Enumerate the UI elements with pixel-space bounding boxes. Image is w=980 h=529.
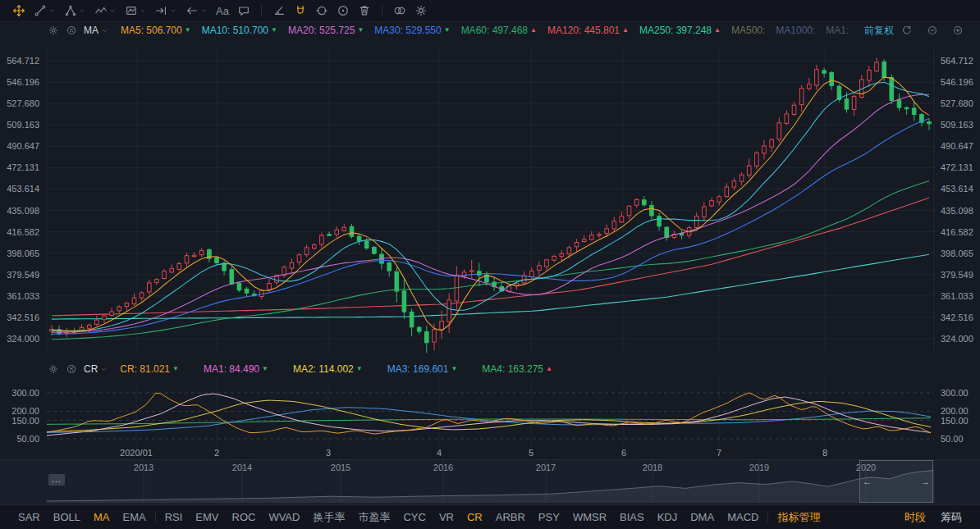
tab-时段[interactable]: 时段: [898, 510, 932, 525]
tab-vr[interactable]: VR: [433, 511, 460, 523]
tab-emv[interactable]: EMV: [189, 511, 225, 523]
arrow-tool[interactable]: [181, 0, 212, 21]
indicator-item-ma1[interactable]: MA1:: [826, 25, 849, 36]
tabbar-right-group: 时段筹码: [898, 510, 969, 525]
navigator-year-label: 2019: [749, 463, 769, 472]
cr-settings-icon[interactable]: [48, 363, 59, 375]
tab-psy[interactable]: PSY: [532, 511, 566, 523]
indicator-item-ma30[interactable]: MA30: 529.550▼: [374, 25, 450, 36]
magnet-icon[interactable]: [290, 0, 311, 21]
tab-ma[interactable]: MA: [87, 511, 117, 523]
tab-roc[interactable]: ROC: [226, 511, 263, 523]
toolbar-separator: [382, 5, 382, 16]
ma-settings-icon[interactable]: [48, 25, 59, 36]
indicator-item-ma60[interactable]: MA60: 497.468▲: [461, 25, 537, 36]
chevron-down-icon[interactable]: [139, 7, 147, 15]
selection-right-handle-icon[interactable]: →: [921, 477, 930, 486]
price-axis-label: 472.131: [2, 162, 39, 172]
indicator-item-ma2[interactable]: MA2: 114.002▼: [293, 363, 363, 375]
tab-指标管理[interactable]: 指标管理: [771, 510, 827, 525]
indicator-item-ma1[interactable]: MA1: 84.490▼: [204, 363, 268, 375]
tab-市盈率[interactable]: 市盈率: [351, 510, 396, 525]
zoom-out-icon[interactable]: [927, 25, 938, 36]
target-icon[interactable]: [332, 0, 354, 21]
indicator-item-ma3[interactable]: MA3: 169.601▼: [387, 363, 458, 375]
tab-boll[interactable]: BOLL: [47, 511, 87, 523]
tab-ema[interactable]: EMA: [116, 511, 152, 523]
wave-tool[interactable]: [90, 0, 121, 21]
indicator-item-ma250[interactable]: MA250: 397.248▲: [639, 25, 721, 36]
trend-up-icon: ▲: [530, 27, 537, 34]
price-axis-label: 564.712: [2, 56, 39, 66]
indicator-item-ma1000[interactable]: MA1000:: [776, 25, 815, 36]
chevron-down-icon[interactable]: [108, 7, 117, 15]
cr-axis-label: 200.00: [2, 406, 39, 416]
navigator[interactable]: ... 20132014201520162017201820192020←→: [0, 459, 980, 505]
move-tool[interactable]: [8, 0, 30, 21]
cr-indicator-name[interactable]: CR: [84, 363, 108, 375]
pattern-tool[interactable]: [121, 0, 151, 21]
tab-dma[interactable]: DMA: [684, 511, 721, 523]
trend-down-icon: ▼: [172, 366, 179, 372]
selection-left-handle-icon[interactable]: ←: [863, 477, 872, 486]
indicator-item-text: MA1:: [826, 25, 849, 36]
stock-chart-app: Aa MA MA5: 506.700▼MA10: 510.700▼MA20: 5…: [0, 0, 980, 529]
comment-icon[interactable]: [233, 0, 254, 21]
measure-tool[interactable]: [151, 0, 181, 21]
tab-换手率[interactable]: 换手率: [306, 510, 351, 525]
compare-icon[interactable]: [389, 0, 410, 21]
price-axis-label: 546.196: [2, 77, 39, 87]
navigator-year-label: 2016: [433, 463, 453, 472]
ma-indicator-label: MA: [84, 25, 98, 36]
price-axis-label: 490.647: [941, 141, 973, 151]
zoom-in-icon[interactable]: [952, 25, 964, 36]
adjust-mode-label[interactable]: 前复权: [864, 24, 894, 38]
cr-axis-label: 50.00: [941, 434, 964, 444]
indicator-item-ma10[interactable]: MA10: 510.700▼: [202, 25, 277, 36]
tab-筹码[interactable]: 筹码: [934, 510, 969, 525]
tab-wvad[interactable]: WVAD: [262, 511, 306, 523]
chevron-down-icon[interactable]: [169, 7, 177, 15]
trendline-tool[interactable]: [30, 0, 60, 21]
navigator-year-label: 2014: [232, 463, 252, 472]
main-price-chart[interactable]: 564.712564.712546.196546.196527.680527.6…: [0, 39, 980, 359]
tab-rsi[interactable]: RSI: [158, 511, 190, 523]
tab-sar[interactable]: SAR: [11, 511, 47, 523]
indicator-item-ma500[interactable]: MA500:: [731, 25, 765, 36]
chevron-down-icon[interactable]: [199, 7, 208, 15]
tab-bias[interactable]: BIAS: [613, 511, 651, 523]
restore-icon[interactable]: [901, 25, 913, 36]
trash-icon[interactable]: [354, 0, 375, 21]
indicator-item-ma120[interactable]: MA120: 445.801▲: [547, 25, 629, 36]
tab-cr[interactable]: CR: [460, 511, 489, 523]
pitchfork-tool[interactable]: [60, 0, 90, 21]
indicator-item-text: MA500:: [731, 25, 765, 36]
tab-cyc[interactable]: CYC: [396, 511, 432, 523]
indicator-item-cr[interactable]: CR: 81.021▼: [120, 363, 179, 375]
price-axis-label: 342.516: [2, 312, 39, 322]
indicator-item-ma5[interactable]: MA5: 506.700▼: [121, 25, 191, 36]
tab-wmsr[interactable]: WMSR: [566, 511, 613, 523]
ma-indicator-name[interactable]: MA: [84, 25, 109, 36]
tab-kdj[interactable]: KDJ: [651, 511, 685, 523]
indicator-item-ma4[interactable]: MA4: 163.275▲: [482, 363, 552, 375]
sync-icon[interactable]: [311, 0, 332, 21]
cr-indicator-chart[interactable]: 300.00300.00200.00200.00150.00150.0050.0…: [0, 379, 980, 447]
chevron-down-icon[interactable]: [78, 7, 86, 15]
text-tool[interactable]: Aa: [212, 0, 233, 21]
cr-indicator-bar: CR CR: 81.021▼MA1: 84.490▼MA2: 114.002▼M…: [0, 359, 980, 379]
settings-icon[interactable]: [410, 0, 432, 21]
time-axis: 2020/012345678: [0, 447, 980, 459]
indicator-item-text: MA5: 506.700: [121, 25, 182, 36]
navigator-more-button[interactable]: ...: [48, 474, 65, 486]
navigator-selection-window[interactable]: ←→: [859, 460, 933, 503]
indicator-item-ma20[interactable]: MA20: 525.725▼: [288, 25, 364, 36]
time-axis-label: 2020/01: [120, 448, 153, 458]
cr-close-icon[interactable]: [66, 363, 77, 375]
chevron-down-icon[interactable]: [48, 7, 56, 15]
angle-icon[interactable]: [268, 0, 290, 21]
ma-close-icon[interactable]: [66, 25, 77, 36]
tab-arbr[interactable]: ARBR: [489, 511, 532, 523]
price-axis-label: 509.163: [2, 120, 39, 130]
tab-macd[interactable]: MACD: [721, 511, 765, 523]
